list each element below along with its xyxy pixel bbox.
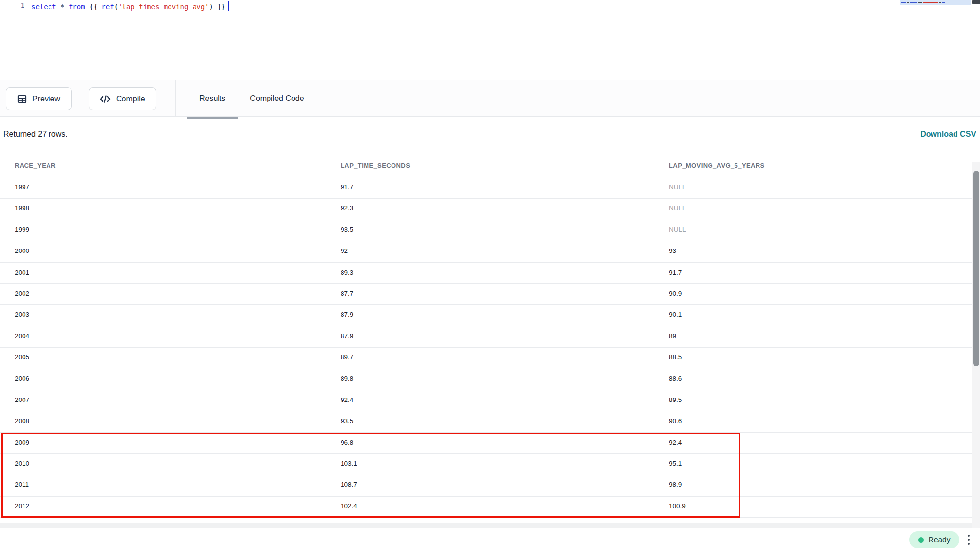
cell-race-year: 2010 (15, 460, 29, 467)
cell-race-year: 2000 (15, 247, 29, 254)
table-row[interactable]: 20009293 (0, 241, 972, 262)
table-row[interactable]: 2011108.798.9 (0, 475, 972, 496)
result-tabs: ResultsCompiled Code (187, 80, 317, 117)
cell-lap-moving-avg: 93 (669, 247, 676, 254)
cell-lap-moving-avg: NULL (669, 204, 686, 212)
cell-race-year: 2004 (15, 332, 29, 340)
column-header-lap-time-seconds: LAP_TIME_SECONDS (341, 162, 410, 169)
table-row[interactable]: 200689.888.6 (0, 369, 972, 390)
cell-lap-time-seconds: 103.1 (341, 460, 357, 467)
table-grid-icon (17, 94, 27, 104)
cell-lap-time-seconds: 108.7 (341, 481, 357, 488)
editor-scrollbar-thumb[interactable] (972, 0, 980, 4)
dbt-ide-invocation-panel: 1 select * from {{ ref('lap_times_moving… (0, 0, 980, 551)
table-row[interactable]: 2010103.195.1 (0, 454, 972, 475)
sql-editor[interactable]: 1 select * from {{ ref('lap_times_moving… (0, 0, 980, 80)
cell-lap-time-seconds: 91.7 (341, 183, 353, 191)
code-token-plain: }} (213, 3, 225, 11)
cell-race-year: 2007 (15, 396, 29, 403)
code-token-function: ref (101, 3, 114, 11)
cell-race-year: 2002 (15, 290, 29, 297)
table-row[interactable]: 199993.5NULL (0, 220, 972, 241)
status-badge-label: Ready (929, 535, 951, 544)
row-count-summary: Returned 27 rows. (3, 130, 68, 139)
table-row[interactable]: 200792.489.5 (0, 390, 972, 411)
cell-lap-moving-avg: 90.6 (669, 417, 682, 425)
code-token-plain: {{ (85, 3, 102, 11)
cell-lap-time-seconds: 102.4 (341, 502, 357, 510)
minimap-token (939, 2, 941, 3)
code-token-keyword: select (31, 3, 56, 11)
minimap[interactable] (900, 0, 971, 5)
cell-lap-moving-avg: NULL (669, 183, 686, 191)
tab-compiled-code[interactable]: Compiled Code (238, 80, 316, 117)
minimap-token (907, 2, 909, 3)
cell-lap-moving-avg: 88.5 (669, 353, 682, 361)
table-row[interactable]: 200589.788.5 (0, 348, 972, 369)
minimap-token (942, 2, 945, 3)
minimap-token (923, 2, 938, 3)
column-header-lap-moving-avg: LAP_MOVING_AVG_5_YEARS (669, 162, 765, 169)
table-row[interactable]: 200996.892.4 (0, 433, 972, 454)
toolbar-separator (175, 80, 176, 117)
table-body: 199791.7NULL199892.3NULL199993.5NULL2000… (0, 177, 972, 518)
code-token-plain: ( (114, 3, 118, 11)
status-dot-icon (918, 537, 924, 543)
minimap-token (901, 2, 906, 3)
status-badge: Ready (909, 531, 959, 548)
table-row[interactable]: 200189.391.7 (0, 263, 972, 284)
table-header: RACE_YEAR LAP_TIME_SECONDS LAP_MOVING_AV… (0, 156, 972, 177)
cell-race-year: 2005 (15, 353, 29, 361)
cell-lap-moving-avg: 91.7 (669, 269, 682, 276)
cell-lap-moving-avg: 90.9 (669, 290, 682, 297)
table-row[interactable]: 2012102.4100.9 (0, 497, 972, 518)
code-brackets-icon (100, 94, 111, 104)
code-token-plain: ) (209, 3, 213, 11)
cell-race-year: 2006 (15, 375, 29, 382)
compile-button[interactable]: Compile (89, 87, 156, 110)
cell-lap-time-seconds: 93.5 (341, 226, 353, 233)
current-line-rule (30, 13, 898, 13)
code-token-plain (64, 3, 68, 11)
cell-race-year: 2001 (15, 269, 29, 276)
text-cursor (228, 1, 229, 11)
table-row[interactable]: 200387.990.1 (0, 305, 972, 326)
cell-race-year: 1997 (15, 183, 29, 191)
cell-race-year: 2003 (15, 311, 29, 318)
cell-lap-time-seconds: 89.3 (341, 269, 353, 276)
table-row[interactable]: 199791.7NULL (0, 177, 972, 199)
cell-lap-moving-avg: 88.6 (669, 375, 682, 382)
cell-lap-moving-avg: 89 (669, 332, 676, 340)
cell-race-year: 2012 (15, 502, 29, 510)
cell-race-year: 2011 (15, 481, 29, 488)
table-scrollbar-track[interactable] (972, 162, 980, 528)
horizontal-scrollbar-track[interactable] (0, 523, 972, 528)
code-token-string: 'lap_times_moving_avg' (118, 3, 209, 11)
kebab-menu-icon[interactable] (966, 533, 972, 547)
table-scrollbar-thumb[interactable] (973, 171, 979, 366)
cell-lap-time-seconds: 87.9 (341, 311, 353, 318)
cell-lap-time-seconds: 92.3 (341, 204, 353, 212)
cell-lap-moving-avg: 92.4 (669, 439, 682, 446)
table-row[interactable]: 199892.3NULL (0, 199, 972, 220)
download-csv-link[interactable]: Download CSV (920, 130, 976, 139)
preview-button-label: Preview (32, 95, 60, 103)
sql-code-line[interactable]: select * from {{ ref('lap_times_moving_a… (31, 1, 229, 11)
table-row[interactable]: 200287.790.9 (0, 284, 972, 305)
preview-button[interactable]: Preview (6, 87, 72, 110)
tab-results[interactable]: Results (187, 80, 238, 117)
table-row[interactable]: 200893.590.6 (0, 411, 972, 432)
cell-lap-time-seconds: 93.5 (341, 417, 353, 425)
cell-lap-moving-avg: NULL (669, 226, 686, 233)
column-header-race-year: RACE_YEAR (15, 162, 56, 169)
cell-race-year: 2009 (15, 439, 29, 446)
cell-lap-moving-avg: 98.9 (669, 481, 682, 488)
table-row[interactable]: 200487.989 (0, 326, 972, 348)
cell-race-year: 1999 (15, 226, 29, 233)
cell-lap-time-seconds: 87.7 (341, 290, 353, 297)
cell-lap-time-seconds: 89.8 (341, 375, 353, 382)
cell-race-year: 2008 (15, 417, 29, 425)
cell-lap-moving-avg: 89.5 (669, 396, 682, 403)
cell-race-year: 1998 (15, 204, 29, 212)
cell-lap-moving-avg: 100.9 (669, 502, 686, 510)
